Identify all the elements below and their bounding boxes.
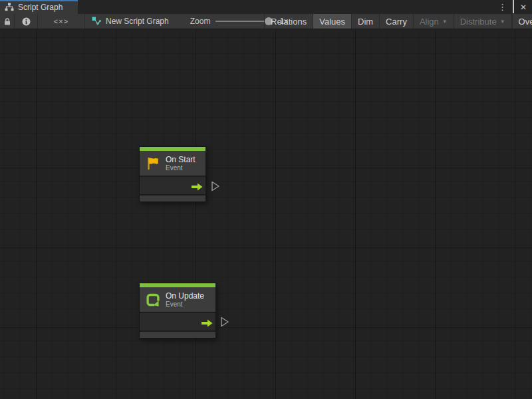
relations-button[interactable]: Relations [264, 14, 313, 29]
graph-canvas[interactable]: On Start Event [0, 29, 532, 399]
align-dropdown-button[interactable]: Align ▼ [413, 14, 454, 29]
chevron-down-icon: ▼ [500, 18, 505, 25]
graph-hierarchy-icon [5, 3, 14, 11]
node-header[interactable]: On Start Event [140, 151, 205, 176]
loop-icon [146, 293, 160, 307]
relations-label: Relations [271, 17, 307, 27]
dim-label: Dim [358, 17, 373, 27]
tab-script-graph[interactable]: Script Graph [0, 0, 78, 14]
code-view-button[interactable]: <×> [38, 14, 85, 29]
info-button[interactable] [15, 14, 38, 29]
node-title: On Update [166, 291, 204, 301]
node-subtitle: Event [166, 164, 196, 172]
carry-button[interactable]: Carry [379, 14, 413, 29]
distribute-dropdown-button[interactable]: Distribute ▼ [454, 14, 511, 29]
align-label: Align [420, 17, 439, 27]
control-output-port-icon[interactable] [220, 317, 229, 327]
distribute-label: Distribute [460, 17, 497, 27]
node-ports-section [140, 312, 215, 331]
window-menu-icon[interactable]: ⋮ [498, 3, 507, 11]
node-footer [140, 194, 205, 201]
graph-name-label: New Script Graph [106, 17, 169, 26]
node-on-start[interactable]: On Start Event [139, 146, 206, 202]
zoom-label: Zoom [190, 17, 211, 26]
view-options-group: Relations Values Dim Carry Align ▼ Distr… [264, 14, 532, 29]
close-icon[interactable]: ✕ [520, 3, 527, 11]
overview-label: Overview [519, 17, 532, 27]
values-label: Values [319, 17, 345, 27]
node-title: On Start [166, 155, 196, 164]
dim-button[interactable]: Dim [351, 14, 379, 29]
node-subtitle: Event [166, 301, 204, 308]
lock-button[interactable] [0, 14, 15, 29]
control-output-arrow-icon[interactable] [191, 182, 203, 190]
maximize-icon[interactable] [513, 1, 514, 13]
lock-icon [3, 17, 11, 26]
script-graph-window: Script Graph ⋮ ✕ [0, 0, 532, 399]
code-icon: <×> [54, 17, 68, 25]
control-output-port-icon[interactable] [211, 181, 220, 192]
tab-bar: Script Graph ⋮ ✕ [0, 0, 532, 14]
chevron-down-icon: ▼ [442, 18, 448, 25]
graph-name-button[interactable]: New Script Graph [85, 14, 176, 29]
graph-toolbar: <×> New Script Graph Zoom 1x [0, 14, 532, 29]
tab-title: Script Graph [18, 2, 63, 12]
window-controls: ⋮ ✕ [498, 0, 532, 14]
info-icon [22, 17, 31, 26]
flag-icon [146, 156, 160, 171]
carry-label: Carry [386, 17, 407, 27]
active-tab-accent [0, 0, 78, 1]
node-footer [140, 331, 215, 338]
node-header[interactable]: On Update Event [140, 287, 215, 312]
node-on-update[interactable]: On Update Event [139, 283, 216, 338]
node-ports-section [140, 176, 205, 194]
overview-button[interactable]: Overview [511, 14, 532, 29]
graph-edge-icon [92, 17, 101, 26]
control-output-arrow-icon[interactable] [201, 318, 213, 326]
values-button[interactable]: Values [313, 14, 351, 29]
